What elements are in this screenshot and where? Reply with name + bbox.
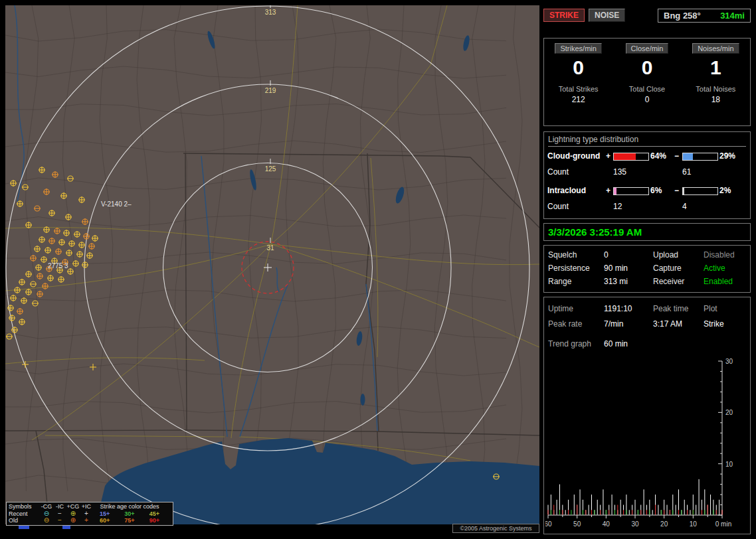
- age-60: 60+: [92, 517, 117, 524]
- cg-plus-bar: [613, 153, 649, 161]
- legend-pic-header: +IC: [80, 503, 92, 510]
- count-label: Count: [547, 202, 569, 211]
- age-90: 90+: [142, 517, 167, 524]
- close-column: Close/min 0 Total Close 0: [613, 38, 681, 125]
- cg-plus-count: 135: [613, 167, 626, 177]
- close-per-min-value: 0: [642, 56, 653, 79]
- status-row: Squelch 0 Upload Disabled: [544, 250, 750, 262]
- copyright: ©2005 Astrogenic Systems: [452, 524, 539, 533]
- total-noises-value: 18: [711, 95, 720, 104]
- bearing-value: Bng 258°: [664, 11, 701, 21]
- recent-ncg-icon: ⊖: [39, 510, 54, 517]
- cg-minus-pct: 29%: [719, 151, 735, 161]
- svg-text:20: 20: [660, 520, 668, 528]
- ring-label-31: 31: [266, 244, 274, 252]
- noises-per-min-value: 1: [710, 56, 721, 79]
- ic-minus-bar: [682, 187, 718, 195]
- svg-text:10: 10: [690, 520, 698, 528]
- ring-label-313: 313: [265, 9, 276, 16]
- receiver-status: Enabled: [704, 277, 733, 286]
- app-window: 313 219 125 31 V-2140 2– 2775 3 Symbols …: [0, 0, 756, 539]
- status-row: Range 313 mi Receiver Enabled: [544, 277, 750, 289]
- old-nic-icon: −: [54, 517, 66, 524]
- legend-recent-label: Recent: [9, 510, 39, 517]
- plot-label: Plot: [704, 304, 717, 313]
- upload-label: Upload: [653, 250, 678, 260]
- total-close-label: Total Close: [629, 85, 665, 93]
- ic-minus-pct: 2%: [719, 186, 731, 195]
- ic-minus-count: 4: [682, 202, 687, 211]
- intracloud-count-row: Count 12 4: [544, 200, 750, 213]
- strikes-per-min-value: 0: [573, 56, 584, 79]
- stats-row: Peak rate 7/min 3:17 AM Strike: [544, 319, 750, 331]
- mode-toolbar: STRIKE NOISE Bng 258° 314mi: [543, 9, 751, 25]
- stats-row: Uptime 1191:10 Peak time Plot: [544, 304, 750, 316]
- strike-map[interactable]: 313 219 125 31 V-2140 2– 2775 3: [5, 5, 539, 524]
- old-pic-icon: +: [80, 517, 92, 524]
- count-label: Count: [547, 167, 569, 177]
- ic-plus-count: 12: [613, 202, 622, 211]
- age-30: 30+: [117, 510, 142, 517]
- legend-nic-header: -IC: [54, 503, 66, 510]
- recent-pic-icon: +: [80, 510, 92, 517]
- datetime-display: 3/3/2026 3:25:19 AM: [543, 223, 751, 241]
- plus-sign: +: [606, 186, 611, 195]
- old-ncg-icon: ⊖: [39, 517, 54, 524]
- distribution-title: Lightning type distribution: [548, 135, 746, 147]
- uptime-value: 1191:10: [604, 304, 632, 313]
- svg-text:30: 30: [631, 520, 639, 528]
- capture-label: Capture: [653, 264, 682, 273]
- map-legend: Symbols -CG -IC +CG +IC Strike age color…: [6, 502, 173, 526]
- ring-label-125: 125: [265, 165, 276, 173]
- receiver-label: Receiver: [653, 277, 684, 286]
- svg-text:10: 10: [725, 461, 733, 468]
- trend-graph-label: Trend graph: [548, 339, 591, 348]
- strike-mode-button[interactable]: STRIKE: [543, 9, 585, 22]
- bearing-display: Bng 258° 314mi: [658, 9, 751, 23]
- minus-sign: −: [674, 151, 679, 161]
- squelch-value: 0: [604, 250, 609, 260]
- squelch-label: Squelch: [548, 250, 577, 260]
- peak-rate-value: 7/min: [604, 319, 623, 329]
- ic-plus-bar: [613, 187, 649, 195]
- peak-time-label: Peak time: [653, 304, 688, 313]
- cg-minus-bar: [682, 153, 718, 161]
- svg-text:40: 40: [603, 520, 611, 528]
- trend-chart: 1020306050403020100 min: [545, 357, 749, 532]
- intracloud-label: Intracloud: [547, 186, 586, 195]
- taskbar-artifact: [62, 526, 70, 529]
- trend-graph-window: 60 min: [604, 339, 628, 348]
- total-strikes-value: 212: [572, 95, 585, 104]
- persistence-value: 90 min: [604, 264, 628, 273]
- svg-text:50: 50: [573, 520, 581, 528]
- noises-per-min-button[interactable]: Noises/min: [692, 43, 739, 54]
- upload-status: Disabled: [704, 250, 735, 260]
- taskbar-artifact: [19, 526, 29, 529]
- recent-nic-icon: −: [54, 510, 66, 517]
- svg-text:60: 60: [545, 520, 552, 528]
- status-section: Squelch 0 Upload Disabled Persistence 90…: [543, 245, 751, 293]
- recent-pcg-icon: ⊕: [66, 510, 80, 517]
- station-label-1: V-2140 2–: [101, 200, 132, 208]
- status-row: Persistence 90 min Capture Active: [544, 264, 750, 275]
- noises-column: Noises/min 1 Total Noises 18: [682, 38, 750, 125]
- lightning-distribution: Lightning type distribution Cloud-ground…: [543, 131, 751, 219]
- cg-plus-pct: 64%: [650, 151, 666, 161]
- legend-age-title: Strike age color codes: [92, 503, 167, 510]
- strikes-per-min-button[interactable]: Strikes/min: [555, 43, 601, 54]
- persistence-label: Persistence: [548, 264, 590, 273]
- bearing-range-value: 314mi: [720, 11, 745, 21]
- cloud-ground-label: Cloud-ground: [547, 151, 600, 161]
- uptime-label: Uptime: [548, 304, 573, 313]
- peak-time-value: 3:17 AM: [653, 319, 682, 329]
- close-per-min-button[interactable]: Close/min: [626, 43, 669, 54]
- station-label-2: 2775 3: [48, 262, 68, 270]
- total-close-value: 0: [645, 95, 650, 104]
- noise-mode-button[interactable]: NOISE: [589, 9, 625, 22]
- trend-graph-row: Trend graph 60 min: [544, 339, 750, 351]
- legend-header-row: Symbols -CG -IC +CG +IC Strike age color…: [9, 503, 171, 510]
- cg-minus-count: 61: [682, 167, 691, 177]
- svg-text:30: 30: [725, 358, 733, 365]
- stats-and-trend-section: Uptime 1191:10 Peak time Plot Peak rate …: [543, 297, 751, 534]
- cloud-ground-count-row: Count 135 61: [544, 165, 750, 179]
